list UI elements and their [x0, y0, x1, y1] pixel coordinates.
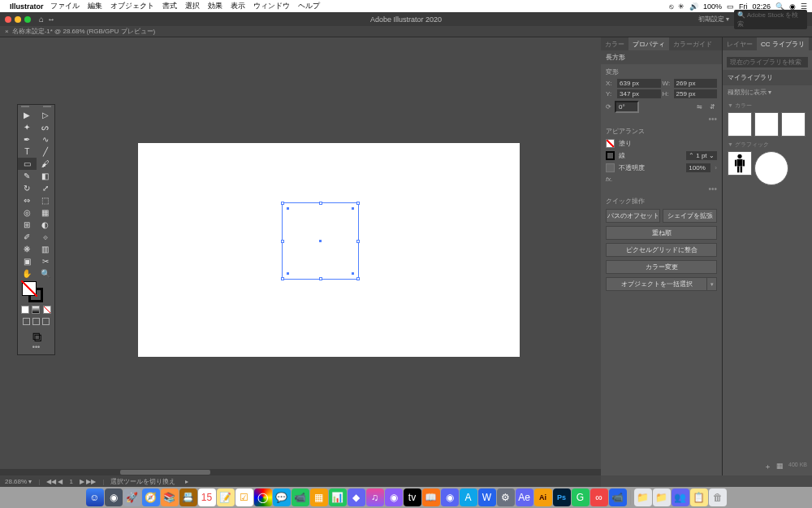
- tab-close-icon[interactable]: ×: [5, 28, 9, 35]
- artboard-nav-next[interactable]: ▶ ▶▶: [80, 478, 96, 485]
- btn-offset-path[interactable]: パスのオフセット: [606, 209, 660, 223]
- menu-effect[interactable]: 効果: [208, 1, 222, 11]
- btn-align-pixel[interactable]: ピクセルグリッドに整合: [606, 243, 717, 257]
- mesh-tool[interactable]: ⊞: [18, 219, 37, 231]
- artboard-nav-prev[interactable]: ◀◀ ◀: [46, 478, 63, 485]
- workspace-mode[interactable]: 初期設定 ▾: [698, 15, 729, 24]
- gradient-tool[interactable]: ◐: [37, 219, 55, 231]
- anchor-tl[interactable]: [287, 207, 289, 210]
- draw-behind[interactable]: [32, 318, 40, 325]
- btn-expand-shape[interactable]: シェイプを拡張: [663, 209, 717, 223]
- pen-tool[interactable]: ✒: [18, 133, 37, 145]
- scrollbar-thumb[interactable]: [120, 470, 210, 475]
- home-icon[interactable]: ⌂: [39, 15, 44, 24]
- anchor-bl[interactable]: [287, 272, 289, 275]
- menu-file[interactable]: ファイル: [50, 1, 80, 11]
- fill-stroke-swatches[interactable]: [18, 280, 54, 304]
- lib-color-2[interactable]: [754, 112, 779, 137]
- dock-photoshop[interactable]: Ps: [553, 488, 571, 506]
- fill-swatch[interactable]: [22, 281, 37, 296]
- menu-window[interactable]: ウィンドウ: [253, 1, 290, 11]
- color-mode-swatch[interactable]: [21, 306, 29, 314]
- dock-folder2[interactable]: 📁: [653, 488, 671, 506]
- dock-notes[interactable]: 📝: [217, 488, 235, 506]
- dock-reminders[interactable]: ☑: [235, 488, 253, 506]
- dock-calendar[interactable]: 15: [198, 488, 216, 506]
- lib-section-colors[interactable]: ▼ カラー: [723, 99, 812, 111]
- selection-tool[interactable]: ▶: [18, 109, 37, 121]
- window-close[interactable]: [5, 16, 11, 23]
- dock-ibooks[interactable]: 📖: [422, 488, 440, 506]
- tab-cc-library[interactable]: CC ライブラリ: [757, 37, 809, 50]
- dock-finder[interactable]: ☺: [86, 488, 104, 506]
- tab-layers[interactable]: レイヤー: [723, 37, 757, 50]
- resize-handle-mr[interactable]: [356, 240, 360, 243]
- paintbrush-tool[interactable]: 🖌: [37, 158, 55, 170]
- curvature-tool[interactable]: ∿: [37, 133, 55, 145]
- appearance-more[interactable]: •••: [601, 185, 722, 193]
- y-field[interactable]: [617, 89, 661, 98]
- free-transform-tool[interactable]: ⬚: [37, 194, 55, 206]
- shape-builder-tool[interactable]: ◎: [18, 206, 37, 219]
- resize-handle-tm[interactable]: [319, 202, 322, 205]
- resize-handle-bm[interactable]: [319, 277, 322, 280]
- dock-zoom[interactable]: 📹: [609, 488, 627, 506]
- menubar-app-name[interactable]: Illustrator: [10, 2, 44, 11]
- artboard[interactable]: [138, 143, 520, 357]
- dock-siri[interactable]: ◉: [105, 488, 123, 506]
- dock-stickies[interactable]: 📋: [690, 488, 708, 506]
- rectangle-tool[interactable]: ▭: [18, 158, 37, 170]
- btn-global-select[interactable]: オブジェクトを一括選択: [606, 277, 707, 291]
- dock-cc[interactable]: ∞: [590, 488, 608, 506]
- dock-illustrator[interactable]: Ai: [534, 488, 552, 506]
- wifi-icon[interactable]: ✳: [678, 2, 685, 11]
- stroke-color-swatch[interactable]: [606, 151, 615, 160]
- menu-help[interactable]: ヘルプ: [298, 1, 320, 11]
- lib-add-icon[interactable]: ＋: [764, 462, 771, 472]
- dock-launchpad[interactable]: 🚀: [123, 488, 141, 506]
- library-search[interactable]: [727, 57, 808, 67]
- direct-selection-tool[interactable]: ▷: [37, 109, 55, 121]
- lib-section-graphics[interactable]: ▼ グラフィック: [723, 138, 812, 150]
- opacity-more[interactable]: ›: [715, 164, 717, 172]
- none-mode-swatch[interactable]: [43, 306, 51, 314]
- menu-view[interactable]: 表示: [231, 1, 245, 11]
- selected-rectangle[interactable]: [282, 202, 359, 280]
- resize-handle-ml[interactable]: [281, 240, 284, 243]
- draw-inside[interactable]: [42, 318, 50, 325]
- artboard-tool[interactable]: ▣: [18, 255, 37, 267]
- dock-numbers[interactable]: 📊: [329, 488, 347, 506]
- menu-edit[interactable]: 編集: [88, 1, 102, 11]
- menu-object[interactable]: オブジェクト: [110, 1, 154, 11]
- flip-horizontal[interactable]: ⇋: [694, 102, 704, 112]
- lib-graphic-circle[interactable]: [754, 151, 788, 185]
- adobe-stock-search[interactable]: 🔍 Adobe Stock を検索: [734, 10, 807, 29]
- slice-tool[interactable]: ✂: [37, 255, 55, 267]
- fx-row[interactable]: fx.: [601, 174, 722, 185]
- dock-teams[interactable]: 👥: [672, 488, 689, 506]
- transform-more[interactable]: •••: [601, 115, 722, 124]
- hand-tool[interactable]: ✋: [18, 267, 37, 280]
- scale-tool[interactable]: ⤢: [37, 182, 55, 194]
- opacity-swatch[interactable]: [606, 163, 615, 172]
- library-title[interactable]: マイライブラリ: [723, 70, 812, 85]
- tab-color[interactable]: カラー: [601, 37, 628, 50]
- dock-appstore[interactable]: A: [460, 488, 477, 506]
- line-tool[interactable]: ╱: [37, 145, 55, 158]
- shaper-tool[interactable]: ✎: [18, 170, 37, 182]
- zoom-tool[interactable]: 🔍: [37, 267, 55, 280]
- dock-messages[interactable]: 💬: [273, 488, 291, 506]
- eraser-tool[interactable]: ◧: [37, 170, 55, 182]
- lib-color-1[interactable]: [728, 112, 752, 137]
- fill-color-swatch[interactable]: [606, 139, 615, 148]
- resize-handle-br[interactable]: [356, 277, 360, 280]
- zoom-level[interactable]: 28.68% ▾: [5, 478, 32, 485]
- dock-keynote[interactable]: ▦: [310, 488, 328, 506]
- stroke-weight[interactable]: ⌃ 1 pt ⌄: [686, 151, 717, 160]
- window-minimize[interactable]: [15, 16, 21, 23]
- btn-arrange[interactable]: 重ね順: [606, 226, 717, 240]
- document-tab[interactable]: 名称未設定-1* @ 28.68% (RGB/GPU プレビュー): [12, 27, 156, 36]
- eyedropper-tool[interactable]: ✐: [18, 231, 37, 243]
- gradient-mode-swatch[interactable]: [32, 306, 40, 314]
- dock-podcasts[interactable]: ◉: [385, 488, 403, 506]
